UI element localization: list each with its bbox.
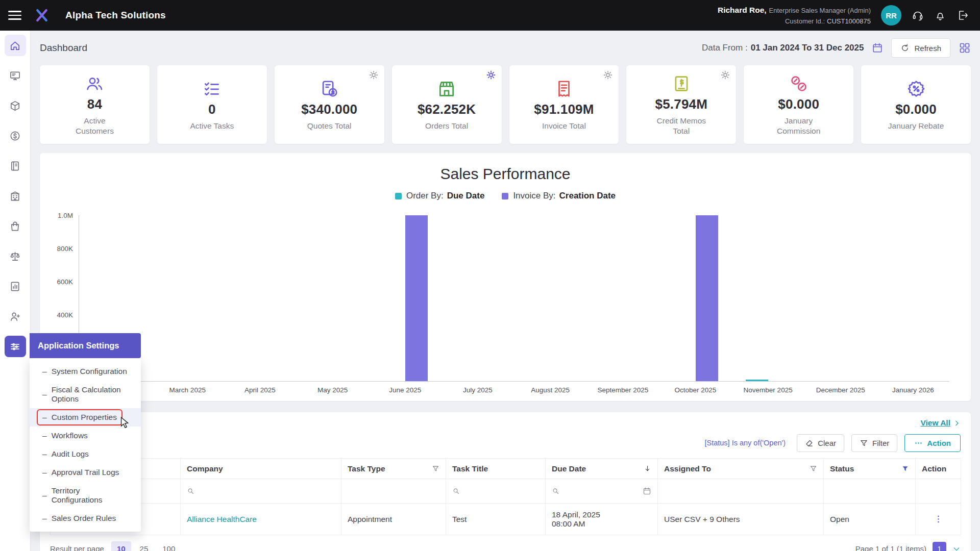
calendar-icon[interactable]	[643, 487, 651, 495]
sort-descending-icon[interactable]	[644, 465, 651, 472]
sidebar-item-crm[interactable]	[5, 65, 26, 86]
sidebar-item-company[interactable]	[5, 185, 26, 207]
sidebar-item-sales[interactable]	[5, 125, 26, 146]
notifications-bell-icon[interactable]	[934, 9, 946, 21]
sales-performance-chart-card: Sales Performance Order By: Due Date Inv…	[40, 153, 971, 401]
date-range-display: Data From :01 Jan 2024 To 31 Dec 2025	[702, 43, 864, 53]
column-header-due-date[interactable]: Due Date	[546, 459, 658, 479]
tasks-table-card: View All [Status] Is any of('Open') Clea…	[40, 412, 971, 551]
current-page-button[interactable]: 1	[933, 542, 946, 551]
sidebar-item-home[interactable]	[5, 35, 26, 56]
company-filter-input[interactable]	[181, 479, 341, 504]
user-add-icon	[9, 311, 21, 322]
gear-icon[interactable]	[486, 70, 496, 80]
gear-icon[interactable]	[603, 70, 612, 80]
kpi-value: $0.000	[895, 102, 937, 117]
view-all-link[interactable]: View All	[920, 418, 961, 428]
x-tick-label: January 2026	[877, 386, 949, 394]
y-tick-label: 600K	[57, 278, 73, 286]
funnel-icon	[860, 439, 868, 447]
settings-menu-item[interactable]: –Sales Order Rules	[30, 509, 141, 528]
action-button[interactable]: Action	[904, 434, 961, 452]
active-filter-chip[interactable]: [Status] Is any of('Open')	[704, 439, 786, 447]
funnel-active-icon[interactable]	[901, 465, 909, 472]
x-tick-label: October 2025	[659, 386, 731, 394]
row-actions-menu-icon[interactable]	[922, 514, 954, 524]
status-filter-input[interactable]	[824, 479, 916, 504]
sidebar-item-ledger[interactable]	[5, 155, 26, 177]
column-header-status[interactable]: Status	[824, 459, 916, 479]
task-title-filter-input[interactable]	[446, 479, 546, 504]
page-size-option[interactable]: 10	[111, 541, 131, 551]
hamburger-menu-icon[interactable]	[8, 11, 21, 20]
table-row[interactable]: Alliance HealthCare Appointment Test 18 …	[51, 504, 961, 535]
kpi-card-january-commission: $0.000 January Commission	[744, 65, 853, 144]
menu-item-label: Custom Properties	[52, 413, 117, 422]
kpi-label: January Rebate	[888, 121, 944, 131]
due-date-filter-input[interactable]	[546, 479, 658, 504]
menu-item-label: System Configuration	[52, 367, 127, 376]
widget-grid-icon[interactable]	[959, 42, 971, 54]
app-logo[interactable]	[32, 5, 52, 26]
assigned-to-cell: USer CSV + 9 Others	[658, 504, 824, 535]
invoice-bar	[696, 215, 718, 381]
column-header-company[interactable]: Company	[181, 459, 341, 479]
topbar: Alpha Tech Solutions Richard Roe,Enterpr…	[0, 0, 980, 31]
logo-x-icon	[34, 8, 50, 23]
sidebar-item-application-settings[interactable]	[5, 336, 26, 357]
sidebar-item-purchases[interactable]	[5, 215, 26, 237]
pagination-info: Page 1 of 1 (1 items)	[855, 544, 926, 551]
gear-icon[interactable]	[721, 70, 730, 80]
invoice-icon	[554, 78, 574, 99]
customers-icon	[85, 73, 104, 94]
support-headset-icon[interactable]	[912, 9, 924, 21]
settings-menu-item[interactable]: –Audit Logs	[30, 445, 141, 463]
logout-icon[interactable]	[957, 9, 969, 21]
kpi-label: Quotes Total	[307, 121, 352, 131]
filter-button[interactable]: Filter	[851, 434, 897, 452]
home-icon	[9, 40, 21, 52]
settings-menu-item[interactable]: –Approval Trail Logs	[30, 463, 141, 482]
settings-menu-item[interactable]: –System Configuration	[30, 362, 141, 381]
refresh-button[interactable]: Refresh	[891, 38, 950, 58]
column-header-assigned-to[interactable]: Assigned To	[658, 459, 824, 479]
legend-invoice-by[interactable]: Invoice By: Creation Date	[502, 191, 616, 201]
chart-month-column	[369, 215, 442, 381]
date-range-picker-icon[interactable]	[872, 42, 883, 54]
clear-button[interactable]: Clear	[797, 434, 844, 452]
report-chart-icon	[9, 281, 21, 292]
settings-menu-item[interactable]: –Fiscal & Calculation Options	[30, 381, 141, 408]
menu-item-bullet: –	[42, 390, 47, 399]
data-from-label: Data From :	[702, 43, 748, 53]
chevron-right-icon	[953, 419, 961, 427]
funnel-icon[interactable]	[810, 465, 817, 472]
column-header-task-title[interactable]: Task Title	[446, 459, 546, 479]
sidebar-item-reports[interactable]	[5, 276, 26, 297]
chevron-down-icon[interactable]	[952, 545, 961, 551]
page-size-option[interactable]: 25	[134, 541, 154, 551]
sidebar-item-products[interactable]	[5, 95, 26, 116]
legend-swatch-invoice	[502, 193, 508, 199]
gear-icon[interactable]	[369, 70, 378, 80]
filter-row	[51, 479, 961, 504]
x-tick-label: April 2025	[224, 386, 296, 394]
sidebar-item-compliance[interactable]	[5, 245, 26, 267]
user-avatar[interactable]: RR	[881, 5, 901, 26]
column-header-task-type[interactable]: Task Type	[341, 459, 446, 479]
chart-month-column	[732, 215, 804, 381]
page-size-option[interactable]: 100	[157, 541, 181, 551]
assigned-to-filter-input[interactable]	[658, 479, 824, 504]
task-type-cell: Appointment	[341, 504, 446, 535]
kpi-card-orders-total: $62.252K Orders Total	[392, 65, 502, 144]
kpi-value: 84	[87, 96, 102, 112]
quotes-icon	[320, 78, 339, 99]
task-type-filter-input[interactable]	[341, 479, 446, 504]
sidebar-item-user-management[interactable]	[5, 306, 26, 327]
status-cell: Open	[824, 504, 916, 535]
legend-order-by[interactable]: Order By: Due Date	[395, 191, 484, 201]
company-link[interactable]: Alliance HealthCare	[187, 515, 257, 523]
kpi-label: Active Tasks	[190, 121, 234, 131]
funnel-icon[interactable]	[432, 465, 439, 472]
settings-menu-item[interactable]: –Territory Configurations	[30, 482, 141, 509]
menu-item-bullet: –	[42, 449, 47, 459]
